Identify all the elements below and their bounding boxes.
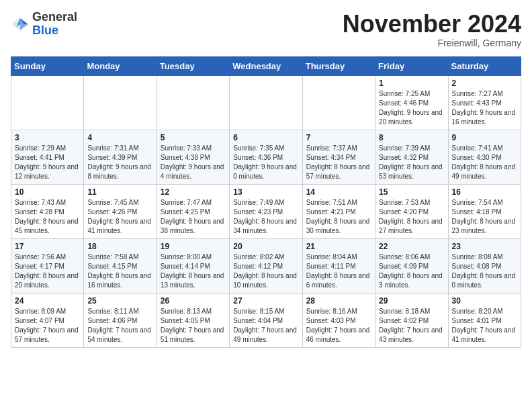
weekday-header: Thursday <box>302 56 375 75</box>
day-number: 15 <box>379 187 444 197</box>
weekday-header: Saturday <box>448 56 521 75</box>
day-info: Sunrise: 7:33 AMSunset: 4:38 PMDaylight:… <box>161 144 226 181</box>
day-info: Sunrise: 7:43 AMSunset: 4:28 PMDaylight:… <box>15 198 80 236</box>
day-number: 16 <box>452 187 517 197</box>
day-info: Sunrise: 8:11 AMSunset: 4:06 PMDaylight:… <box>87 307 152 345</box>
day-number: 4 <box>87 133 152 142</box>
day-number: 24 <box>15 296 80 306</box>
day-info: Sunrise: 7:51 AMSunset: 4:21 PMDaylight:… <box>306 198 371 236</box>
day-number: 8 <box>379 133 444 142</box>
day-number: 20 <box>233 242 298 251</box>
day-info: Sunrise: 7:25 AMSunset: 4:46 PMDaylight:… <box>379 89 444 127</box>
day-number: 26 <box>161 296 226 306</box>
calendar-cell: 14Sunrise: 7:51 AMSunset: 4:21 PMDayligh… <box>302 184 375 238</box>
day-number: 28 <box>306 296 371 306</box>
title-block: November 2024 Freienwill, Germany <box>343 11 521 48</box>
day-number: 17 <box>15 242 80 251</box>
day-info: Sunrise: 7:37 AMSunset: 4:34 PMDaylight:… <box>306 144 371 181</box>
weekday-header-row: SundayMondayTuesdayWednesdayThursdayFrid… <box>11 56 521 75</box>
weekday-header: Tuesday <box>157 56 229 75</box>
calendar-cell: 6Sunrise: 7:35 AMSunset: 4:36 PMDaylight… <box>230 130 302 184</box>
calendar-cell: 10Sunrise: 7:43 AMSunset: 4:28 PMDayligh… <box>11 184 84 238</box>
day-info: Sunrise: 8:02 AMSunset: 4:12 PMDaylight:… <box>233 253 298 290</box>
calendar-cell: 21Sunrise: 8:04 AMSunset: 4:11 PMDayligh… <box>302 238 375 293</box>
calendar-cell <box>302 75 375 130</box>
weekday-header: Friday <box>375 56 448 75</box>
day-info: Sunrise: 8:20 AMSunset: 4:01 PMDaylight:… <box>452 307 517 345</box>
calendar-cell: 24Sunrise: 8:09 AMSunset: 4:07 PMDayligh… <box>11 293 84 347</box>
day-info: Sunrise: 8:18 AMSunset: 4:02 PMDaylight:… <box>379 307 444 345</box>
day-info: Sunrise: 8:08 AMSunset: 4:08 PMDaylight:… <box>452 253 517 290</box>
calendar-week-row: 3Sunrise: 7:29 AMSunset: 4:41 PMDaylight… <box>11 130 521 184</box>
weekday-header: Sunday <box>11 56 84 75</box>
calendar-cell: 11Sunrise: 7:45 AMSunset: 4:26 PMDayligh… <box>84 184 157 238</box>
location: Freienwill, Germany <box>343 38 521 48</box>
day-number: 7 <box>306 133 371 142</box>
calendar-cell: 25Sunrise: 8:11 AMSunset: 4:06 PMDayligh… <box>84 293 157 347</box>
calendar-cell: 16Sunrise: 7:54 AMSunset: 4:18 PMDayligh… <box>448 184 521 238</box>
calendar-cell: 22Sunrise: 8:06 AMSunset: 4:09 PMDayligh… <box>375 238 448 293</box>
day-info: Sunrise: 7:39 AMSunset: 4:32 PMDaylight:… <box>379 144 444 181</box>
day-info: Sunrise: 7:45 AMSunset: 4:26 PMDaylight:… <box>87 198 152 236</box>
calendar-week-row: 17Sunrise: 7:56 AMSunset: 4:17 PMDayligh… <box>11 238 521 293</box>
weekday-header: Wednesday <box>230 56 302 75</box>
day-info: Sunrise: 7:54 AMSunset: 4:18 PMDaylight:… <box>452 198 517 236</box>
day-number: 9 <box>452 133 517 142</box>
day-number: 27 <box>233 296 298 306</box>
calendar-cell: 29Sunrise: 8:18 AMSunset: 4:02 PMDayligh… <box>375 293 448 347</box>
day-info: Sunrise: 7:35 AMSunset: 4:36 PMDaylight:… <box>233 144 298 181</box>
month-title: November 2024 <box>343 11 521 38</box>
logo-icon <box>11 15 30 34</box>
calendar-cell: 28Sunrise: 8:16 AMSunset: 4:03 PMDayligh… <box>302 293 375 347</box>
day-info: Sunrise: 7:53 AMSunset: 4:20 PMDaylight:… <box>379 198 444 236</box>
day-number: 11 <box>87 187 152 197</box>
calendar-cell <box>84 75 157 130</box>
logo: General Blue <box>11 11 77 38</box>
calendar-week-row: 10Sunrise: 7:43 AMSunset: 4:28 PMDayligh… <box>11 184 521 238</box>
calendar-cell: 3Sunrise: 7:29 AMSunset: 4:41 PMDaylight… <box>11 130 84 184</box>
calendar: SundayMondayTuesdayWednesdayThursdayFrid… <box>11 56 521 348</box>
calendar-cell: 30Sunrise: 8:20 AMSunset: 4:01 PMDayligh… <box>448 293 521 347</box>
calendar-cell: 4Sunrise: 7:31 AMSunset: 4:39 PMDaylight… <box>84 130 157 184</box>
logo-text: General Blue <box>32 11 77 38</box>
day-number: 23 <box>452 242 517 251</box>
calendar-cell: 9Sunrise: 7:41 AMSunset: 4:30 PMDaylight… <box>448 130 521 184</box>
day-info: Sunrise: 8:16 AMSunset: 4:03 PMDaylight:… <box>306 307 371 345</box>
day-info: Sunrise: 7:27 AMSunset: 4:43 PMDaylight:… <box>452 89 517 127</box>
calendar-cell: 8Sunrise: 7:39 AMSunset: 4:32 PMDaylight… <box>375 130 448 184</box>
day-info: Sunrise: 7:29 AMSunset: 4:41 PMDaylight:… <box>15 144 80 181</box>
day-number: 21 <box>306 242 371 251</box>
day-number: 1 <box>379 79 444 88</box>
day-info: Sunrise: 7:47 AMSunset: 4:25 PMDaylight:… <box>161 198 226 236</box>
calendar-cell: 17Sunrise: 7:56 AMSunset: 4:17 PMDayligh… <box>11 238 84 293</box>
day-number: 5 <box>161 133 226 142</box>
day-info: Sunrise: 8:04 AMSunset: 4:11 PMDaylight:… <box>306 253 371 290</box>
day-info: Sunrise: 7:31 AMSunset: 4:39 PMDaylight:… <box>87 144 152 181</box>
calendar-cell: 13Sunrise: 7:49 AMSunset: 4:23 PMDayligh… <box>230 184 302 238</box>
calendar-cell: 26Sunrise: 8:13 AMSunset: 4:05 PMDayligh… <box>157 293 229 347</box>
calendar-cell: 15Sunrise: 7:53 AMSunset: 4:20 PMDayligh… <box>375 184 448 238</box>
day-number: 18 <box>87 242 152 251</box>
day-info: Sunrise: 8:06 AMSunset: 4:09 PMDaylight:… <box>379 253 444 290</box>
day-info: Sunrise: 7:56 AMSunset: 4:17 PMDaylight:… <box>15 253 80 290</box>
calendar-cell: 19Sunrise: 8:00 AMSunset: 4:14 PMDayligh… <box>157 238 229 293</box>
day-info: Sunrise: 8:00 AMSunset: 4:14 PMDaylight:… <box>161 253 226 290</box>
day-info: Sunrise: 7:41 AMSunset: 4:30 PMDaylight:… <box>452 144 517 181</box>
day-info: Sunrise: 7:58 AMSunset: 4:15 PMDaylight:… <box>87 253 152 290</box>
day-info: Sunrise: 8:13 AMSunset: 4:05 PMDaylight:… <box>161 307 226 345</box>
calendar-cell: 27Sunrise: 8:15 AMSunset: 4:04 PMDayligh… <box>230 293 302 347</box>
calendar-cell: 2Sunrise: 7:27 AMSunset: 4:43 PMDaylight… <box>448 75 521 130</box>
calendar-cell: 23Sunrise: 8:08 AMSunset: 4:08 PMDayligh… <box>448 238 521 293</box>
day-number: 29 <box>379 296 444 306</box>
day-number: 10 <box>15 187 80 197</box>
calendar-week-row: 24Sunrise: 8:09 AMSunset: 4:07 PMDayligh… <box>11 293 521 347</box>
calendar-cell <box>230 75 302 130</box>
calendar-cell: 1Sunrise: 7:25 AMSunset: 4:46 PMDaylight… <box>375 75 448 130</box>
weekday-header: Monday <box>84 56 157 75</box>
day-info: Sunrise: 7:49 AMSunset: 4:23 PMDaylight:… <box>233 198 298 236</box>
day-number: 14 <box>306 187 371 197</box>
day-number: 2 <box>452 79 517 88</box>
day-number: 25 <box>87 296 152 306</box>
calendar-cell <box>11 75 84 130</box>
calendar-cell: 7Sunrise: 7:37 AMSunset: 4:34 PMDaylight… <box>302 130 375 184</box>
